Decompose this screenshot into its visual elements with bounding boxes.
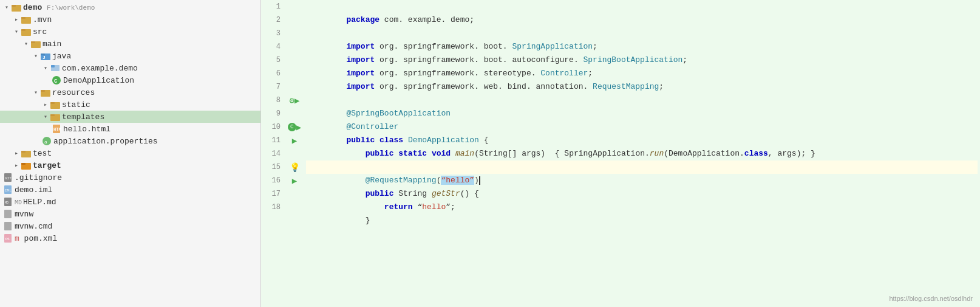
- svg-rect-18: [50, 102, 55, 104]
- tree-item-templates[interactable]: ▾ templates: [0, 111, 260, 123]
- svg-rect-35: [4, 210, 12, 218]
- tree-item-gitignore[interactable]: GIT .gitignore: [0, 171, 260, 184]
- code-line-15: @RequestMapping(“hello”): [306, 160, 978, 174]
- java-folder-icon: J: [40, 50, 51, 61]
- tree-label-com-example: com.example.demo: [62, 64, 138, 73]
- tree-item-test[interactable]: ▸ test: [0, 147, 260, 159]
- debug-run-icon[interactable]: ⚙: [290, 95, 294, 106]
- code-editor: 1 2 3 4 5 6 7 8 9 10 11 14 15 16 17 18: [261, 0, 980, 307]
- tree-item-help-md[interactable]: MD MDHELP.md: [0, 196, 260, 208]
- file-tree[interactable]: ▾ demo F:\work\demo ▸ .mvn ▾ src ▾ main …: [0, 0, 261, 307]
- folder-icon: [50, 111, 61, 122]
- code-line-3: import org. springframework. boot. Sprin…: [306, 27, 978, 40]
- folder-icon: [21, 26, 32, 37]
- tree-label-demo: demo F:\work\demo: [23, 3, 95, 12]
- code-line-8: @SpringBootApplication: [306, 94, 978, 107]
- tree-label-mvn: .mvn: [33, 15, 52, 24]
- chevron-java: ▾: [32, 52, 40, 60]
- chevron-src: ▾: [12, 27, 21, 36]
- svg-rect-3: [21, 17, 26, 19]
- svg-rect-1: [12, 5, 16, 7]
- gutter-14: [287, 147, 302, 160]
- code-line-1: package com. example. demo;: [306, 0, 978, 13]
- gutter-15[interactable]: 💡: [287, 160, 302, 174]
- tree-label-src: src: [33, 27, 47, 36]
- folder-icon: [21, 148, 32, 159]
- gutter-5: [287, 53, 302, 67]
- chevron-com-example: ▾: [41, 64, 50, 72]
- tree-label-mvnw-cmd: mvnw.cmd: [15, 222, 52, 231]
- gutter-17: [287, 187, 302, 201]
- tree-item-main[interactable]: ▾ main: [0, 38, 260, 50]
- bulb-icon[interactable]: 💡: [290, 162, 300, 173]
- chevron-mvn: ▸: [12, 15, 21, 24]
- run-c-icon[interactable]: C: [288, 123, 296, 131]
- gutter-11[interactable]: ▶: [287, 134, 302, 147]
- folder-icon: [21, 14, 32, 25]
- tree-item-application-props[interactable]: a application.properties: [0, 135, 260, 147]
- editor-gutter: ⚙ ▶ C ▶ ▶ 💡 ▶: [285, 0, 304, 307]
- gutter-1: [287, 0, 302, 13]
- run3-icon[interactable]: ▶: [292, 176, 297, 186]
- svg-rect-28: [21, 163, 26, 165]
- tree-item-static[interactable]: ▸ static: [0, 98, 260, 111]
- gutter-9: [287, 107, 302, 120]
- tree-label-test: test: [33, 149, 52, 158]
- tree-item-com-example-demo[interactable]: ▾ com.example.demo: [0, 62, 260, 74]
- code-content[interactable]: package com. example. demo; import org. …: [304, 0, 980, 307]
- play-icon[interactable]: ▶: [296, 122, 301, 133]
- folder-icon: [11, 2, 22, 13]
- gutter-7: [287, 80, 302, 94]
- svg-text:XML: XML: [5, 238, 10, 241]
- svg-rect-7: [31, 41, 35, 43]
- tree-item-hello-html[interactable]: HTML hello.html: [0, 123, 260, 135]
- package-icon: [50, 63, 61, 74]
- svg-text:MD: MD: [5, 201, 9, 205]
- run-icon[interactable]: ▶: [294, 95, 299, 106]
- tree-label-hello-html: hello.html: [63, 125, 111, 134]
- tree-item-src[interactable]: ▾ src: [0, 26, 260, 38]
- gutter-6: [287, 67, 302, 80]
- tree-label-main: main: [43, 40, 61, 49]
- tree-item-mvnw[interactable]: mvnw: [0, 208, 260, 220]
- folder-icon: [21, 160, 32, 171]
- xml-file-icon: XML: [2, 233, 13, 244]
- chevron-static: ▸: [41, 100, 50, 109]
- tree-item-DemoApplication[interactable]: C DemoApplication: [0, 74, 260, 86]
- tree-label-mvnw: mvnw: [15, 210, 33, 219]
- tree-item-java[interactable]: ▾ J java: [0, 50, 260, 62]
- tree-item-demo-root[interactable]: ▾ demo F:\work\demo: [0, 1, 260, 13]
- run2-icon[interactable]: ▶: [292, 136, 297, 146]
- html-file-icon: HTML: [51, 123, 62, 134]
- gutter-16[interactable]: ▶: [287, 174, 302, 187]
- tree-item-pom-xml[interactable]: XML m pom.xml: [0, 232, 260, 244]
- gutter-10[interactable]: C ▶: [287, 120, 302, 134]
- tree-item-resources[interactable]: ▾ resources: [0, 86, 260, 98]
- svg-text:a: a: [44, 139, 47, 145]
- tree-label-application-props: application.properties: [53, 137, 158, 146]
- mvnw-file-icon: [2, 209, 13, 219]
- tree-label-DemoApplication: DemoApplication: [63, 76, 134, 85]
- svg-rect-16: [41, 90, 45, 92]
- watermark: https://blog.csdn.net/osdlhdr: [889, 295, 973, 302]
- gutter-8[interactable]: ⚙ ▶: [287, 94, 302, 107]
- props-file-icon: a: [41, 136, 52, 147]
- tree-label-java: java: [52, 52, 71, 61]
- svg-text:J: J: [43, 55, 46, 60]
- svg-rect-20: [50, 114, 55, 116]
- folder-icon: [40, 87, 51, 98]
- tree-item-target[interactable]: ▸ target: [0, 159, 260, 171]
- line-numbers: 1 2 3 4 5 6 7 8 9 10 11 14 15 16 17 18: [261, 0, 285, 307]
- svg-text:C: C: [54, 78, 58, 85]
- mvnw-cmd-file-icon: [2, 221, 13, 232]
- tree-item-demo-iml[interactable]: IML demo.iml: [0, 184, 260, 196]
- svg-text:HTML: HTML: [53, 127, 61, 132]
- tree-item-mvn[interactable]: ▸ .mvn: [0, 13, 260, 26]
- folder-icon: [50, 99, 61, 110]
- tree-item-mvnw-cmd[interactable]: mvnw.cmd: [0, 220, 260, 232]
- chevron-demo-root: ▾: [2, 3, 11, 12]
- chevron-test: ▸: [12, 149, 21, 157]
- svg-text:GIT: GIT: [5, 176, 12, 181]
- tree-label-target: target: [33, 161, 61, 170]
- svg-rect-36: [4, 222, 12, 230]
